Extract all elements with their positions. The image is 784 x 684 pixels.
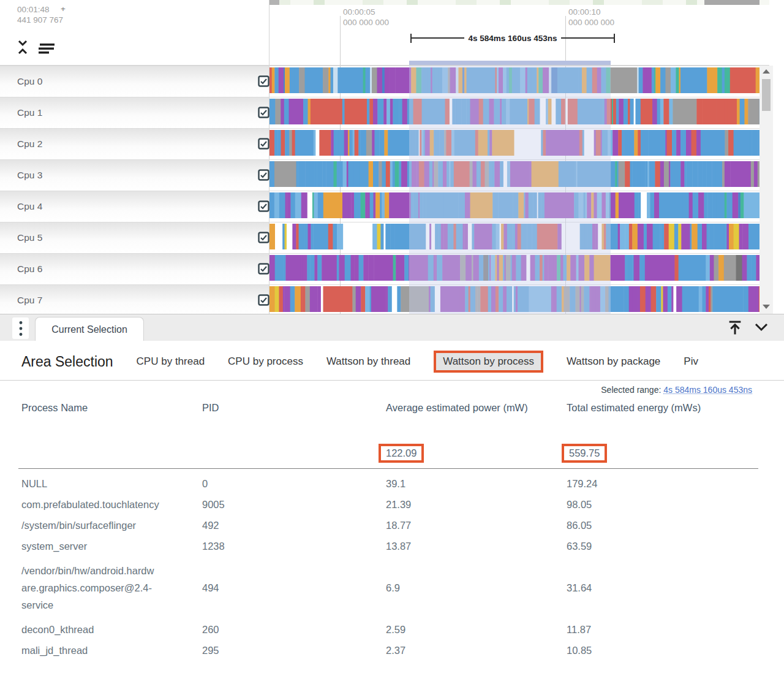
timeline-header: 00:01:48 + 441 907 767 bbox=[0, 0, 270, 66]
selection-span-bracket: 4s 584ms 160us 453ns bbox=[410, 33, 615, 43]
track-checkbox[interactable] bbox=[258, 75, 270, 87]
track-label: Cpu 2 bbox=[17, 139, 42, 150]
ruler-gridline-5s bbox=[340, 16, 341, 65]
trace-origin-plus: + bbox=[61, 4, 66, 13]
process-row[interactable]: /vendor/bin/hw/android.hardw are.graphic… bbox=[0, 557, 762, 619]
track-label: Cpu 1 bbox=[17, 107, 42, 118]
process-name-cell: /system/bin/surfaceflinger bbox=[21, 517, 202, 534]
total-avg-power-annotated: 122.09 bbox=[379, 444, 424, 463]
process-name-cell: NULL bbox=[21, 475, 202, 492]
selected-range-link[interactable]: 4s 584ms 160us 453ns bbox=[663, 385, 752, 395]
selection-span-label: 4s 584ms 160us 453ns bbox=[464, 34, 562, 43]
tabs-divider bbox=[0, 380, 784, 381]
minimap-viewport-window[interactable] bbox=[704, 0, 760, 5]
track-label: Cpu 5 bbox=[17, 232, 42, 243]
avg-power-cell: 2.37 bbox=[386, 642, 567, 659]
process-name-cell: mali_jd_thread bbox=[21, 642, 202, 659]
process-row[interactable]: decon0_kthread 260 2.59 11.87 bbox=[0, 619, 762, 640]
total-energy-cell: 10.85 bbox=[567, 642, 592, 659]
track-label: Cpu 3 bbox=[17, 170, 42, 181]
ruler-mark-10s: 00:00:10000 000 000 bbox=[568, 7, 614, 28]
time-ruler[interactable]: 00:00:05000 000 000 00:00:10000 000 000 … bbox=[270, 5, 769, 66]
track-checkbox[interactable] bbox=[258, 294, 270, 306]
avg-power-cell: 39.1 bbox=[386, 475, 567, 492]
col-header-pid: PID bbox=[202, 400, 219, 416]
tracks-scrollbar-thumb[interactable] bbox=[762, 79, 771, 111]
avg-power-cell: 18.77 bbox=[386, 517, 567, 534]
pid-cell: 492 bbox=[202, 517, 386, 534]
panel-title: Area Selection bbox=[21, 354, 113, 370]
avg-power-cell: 2.59 bbox=[386, 621, 567, 638]
tracks-scroll-up-icon[interactable] bbox=[763, 69, 770, 74]
minimap-start-block bbox=[270, 0, 279, 5]
tab-wattson-by-thread[interactable]: Wattson by thread bbox=[326, 355, 410, 368]
area-selection-tabs-row: Area Selection CPU by threadCPU by proce… bbox=[21, 347, 772, 376]
kebab-menu-icon bbox=[19, 321, 23, 336]
panel-menu-button[interactable] bbox=[12, 317, 29, 339]
total-energy-cell: 63.59 bbox=[567, 538, 592, 555]
tab-piv[interactable]: Piv bbox=[684, 355, 698, 368]
pid-cell: 0 bbox=[202, 475, 386, 492]
process-name-cell: com.prefabulated.touchlatency bbox=[21, 496, 202, 513]
track-checkbox[interactable] bbox=[258, 169, 270, 181]
process-row[interactable]: system_server 1238 13.87 63.59 bbox=[0, 536, 762, 557]
total-energy-cell: 31.64 bbox=[567, 579, 592, 596]
track-checkbox[interactable] bbox=[258, 138, 270, 150]
total-energy-cell: 11.87 bbox=[567, 621, 591, 638]
bottom-panel-tabstrip: Current Selection bbox=[0, 314, 784, 341]
pid-cell: 260 bbox=[202, 621, 386, 638]
collapse-panel-chevron-icon[interactable] bbox=[753, 321, 769, 335]
process-name-cell: system_server bbox=[21, 538, 202, 555]
cpu-sched-canvas[interactable] bbox=[270, 66, 760, 314]
pid-cell: 494 bbox=[202, 579, 386, 596]
collapse-tracks-icon[interactable] bbox=[17, 39, 29, 56]
track-list: Cpu 0 Cpu 1 Cpu 2 Cpu 3 Cpu 4 bbox=[0, 66, 784, 314]
total-energy-cell: 86.05 bbox=[567, 517, 592, 534]
track-checkbox[interactable] bbox=[258, 107, 270, 118]
timeline-minimap[interactable] bbox=[270, 0, 769, 5]
track-label: Cpu 6 bbox=[17, 264, 42, 275]
track-checkbox[interactable] bbox=[258, 200, 270, 212]
tab-current-selection[interactable]: Current Selection bbox=[35, 317, 144, 341]
track-checkbox[interactable] bbox=[258, 263, 270, 275]
track-checkbox[interactable] bbox=[258, 232, 270, 243]
pid-cell: 9005 bbox=[202, 496, 386, 513]
process-name-cell: /vendor/bin/hw/android.hardw are.graphic… bbox=[21, 562, 202, 614]
process-row[interactable]: mali_jd_thread 295 2.37 10.85 bbox=[0, 640, 762, 661]
selection-brush-strip[interactable] bbox=[409, 61, 611, 65]
tab-wattson-by-process[interactable]: Wattson by process bbox=[434, 351, 543, 373]
tab-wattson-by-package[interactable]: Wattson by package bbox=[567, 355, 660, 368]
track-label: Cpu 7 bbox=[17, 295, 42, 306]
col-header-total-energy: Total estimated energy (mWs) bbox=[567, 400, 750, 416]
dock-to-top-icon[interactable] bbox=[726, 319, 744, 336]
avg-power-cell: 13.87 bbox=[386, 538, 567, 555]
pid-cell: 295 bbox=[202, 642, 386, 659]
process-row[interactable]: NULL 0 39.1 179.24 bbox=[0, 473, 762, 494]
tracks-scrollbar[interactable] bbox=[760, 66, 773, 314]
total-energy-cell: 179.24 bbox=[567, 475, 597, 492]
track-label: Cpu 4 bbox=[17, 201, 42, 212]
track-label: Cpu 0 bbox=[17, 76, 42, 87]
process-name-cell: decon0_kthread bbox=[21, 621, 202, 638]
trace-origin-time: 00:01:48 bbox=[17, 5, 50, 14]
process-table-rows: NULL 0 39.1 179.24 com.prefabulated.touc… bbox=[0, 473, 762, 661]
perfetto-trace-viewer: 00:01:48 + 441 907 767 00:00:05000 000 0… bbox=[0, 0, 784, 684]
tab-cpu-by-thread[interactable]: CPU by thread bbox=[137, 355, 205, 368]
total-energy-cell: 98.05 bbox=[567, 496, 592, 513]
pid-cell: 1238 bbox=[202, 538, 386, 555]
process-row[interactable]: /system/bin/surfaceflinger 492 18.77 86.… bbox=[0, 515, 762, 536]
area-selection-panel: Area Selection CPU by threadCPU by proce… bbox=[0, 341, 784, 684]
avg-power-cell: 21.39 bbox=[386, 496, 567, 513]
selected-range: Selected range: 4s 584ms 160us 453ns bbox=[601, 385, 752, 395]
sort-tracks-icon[interactable] bbox=[37, 43, 56, 54]
trace-origin-nanoseconds: 441 907 767 bbox=[17, 15, 63, 25]
total-energy-annotated: 559.75 bbox=[562, 444, 607, 463]
col-header-process-name: Process Name bbox=[21, 400, 200, 416]
tab-cpu-by-process[interactable]: CPU by process bbox=[228, 355, 303, 368]
tracks-scroll-down-icon[interactable] bbox=[763, 305, 770, 309]
col-header-avg-power: Average estimated power (mW) bbox=[386, 400, 540, 416]
avg-power-cell: 6.9 bbox=[386, 579, 567, 596]
process-row[interactable]: com.prefabulated.touchlatency 9005 21.39… bbox=[0, 494, 762, 515]
ruler-mark-5s: 00:00:05000 000 000 bbox=[343, 7, 389, 28]
totals-divider bbox=[18, 468, 758, 469]
